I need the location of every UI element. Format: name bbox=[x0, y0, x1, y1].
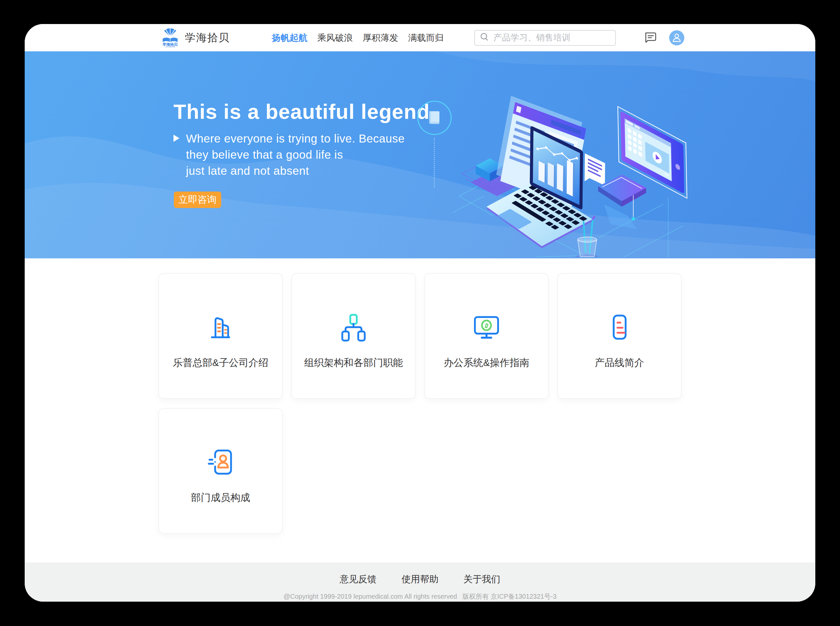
footer-link-feedback[interactable]: 意见反馈 bbox=[340, 573, 377, 585]
search-icon bbox=[480, 32, 490, 44]
card-department-members[interactable]: 部门成员构成 bbox=[158, 408, 283, 534]
nav-item-3[interactable]: 满载而归 bbox=[408, 32, 444, 44]
brand[interactable]: 学海拾贝 - LEPU MEDICAL - 学海拾贝 bbox=[161, 27, 230, 49]
card-label: 乐普总部&子公司介绍 bbox=[173, 356, 268, 369]
nav-item-2[interactable]: 厚积薄发 bbox=[363, 32, 398, 44]
brand-name: 学海拾贝 bbox=[185, 31, 230, 45]
site-footer: 意见反馈 使用帮助 关于我们 @Copyright 1999-2019 lepu… bbox=[25, 562, 815, 602]
dotted-line-decoration bbox=[434, 138, 435, 188]
book-badge-icon bbox=[418, 101, 452, 135]
hero-title: This is a beautiful legend bbox=[174, 100, 430, 123]
hero-subtitle-line-2: they believe that a good life is bbox=[186, 147, 405, 163]
brand-logo-icon: 学海拾贝 - LEPU MEDICAL - bbox=[161, 27, 180, 49]
search-input[interactable] bbox=[493, 33, 610, 43]
hero-subtitle-line-1: Where everyone is trying to live. Becaus… bbox=[186, 130, 405, 147]
copyright-text: @Copyright 1999-2019 lepumedical.com All… bbox=[25, 592, 815, 601]
footer-link-about[interactable]: 关于我们 bbox=[463, 573, 500, 585]
bullet-triangle-icon bbox=[174, 135, 179, 142]
card-grid: 乐普总部&子公司介绍 组织架构和各部门职能 bbox=[158, 273, 682, 534]
monitor-compass-icon bbox=[472, 313, 501, 342]
user-icon bbox=[671, 32, 682, 44]
nav-item-1[interactable]: 乘风破浪 bbox=[317, 32, 353, 44]
main-nav: 扬帆起航 乘风破浪 厚积薄发 满载而归 bbox=[272, 32, 444, 44]
brand-logo-caption: 学海拾贝 bbox=[162, 42, 178, 46]
user-avatar[interactable] bbox=[669, 30, 684, 45]
building-icon bbox=[206, 313, 235, 342]
search-box[interactable] bbox=[474, 30, 616, 46]
card-product-lines[interactable]: 产品线简介 bbox=[557, 273, 682, 399]
card-office-system[interactable]: 办公系统&操作指南 bbox=[424, 273, 549, 399]
hero-banner: This is a beautiful legend Where everyon… bbox=[25, 51, 815, 258]
hero-illustration bbox=[453, 88, 703, 257]
site-header: 学海拾贝 - LEPU MEDICAL - 学海拾贝 扬帆起航 乘风破浪 厚积薄… bbox=[25, 24, 815, 51]
main-content: 乐普总部&子公司介绍 组织架构和各部门职能 bbox=[25, 258, 815, 562]
consult-now-button[interactable]: 立即咨询 bbox=[174, 192, 221, 208]
brand-logo-subcaption: - LEPU MEDICAL - bbox=[164, 46, 176, 48]
card-label: 部门成员构成 bbox=[191, 491, 250, 505]
card-label: 产品线简介 bbox=[595, 356, 644, 369]
browser-page: 学海拾贝 - LEPU MEDICAL - 学海拾贝 扬帆起航 乘风破浪 厚积薄… bbox=[25, 24, 815, 602]
card-company-intro[interactable]: 乐普总部&子公司介绍 bbox=[158, 273, 283, 399]
footer-links: 意见反馈 使用帮助 关于我们 bbox=[25, 573, 815, 585]
document-lines-icon bbox=[605, 313, 634, 342]
nav-item-0[interactable]: 扬帆起航 bbox=[272, 32, 307, 44]
hero-subtitle-line-3: just late and not absent bbox=[186, 163, 405, 179]
card-org-structure[interactable]: 组织架构和各部门职能 bbox=[291, 273, 416, 399]
card-label: 办公系统&操作指南 bbox=[444, 356, 529, 369]
org-chart-icon bbox=[339, 313, 368, 342]
contact-card-icon bbox=[206, 448, 235, 477]
footer-link-help[interactable]: 使用帮助 bbox=[402, 573, 438, 585]
hero-subtitle: Where everyone is trying to live. Becaus… bbox=[174, 130, 405, 179]
card-label: 组织架构和各部门职能 bbox=[304, 356, 403, 369]
message-icon[interactable] bbox=[643, 31, 657, 44]
